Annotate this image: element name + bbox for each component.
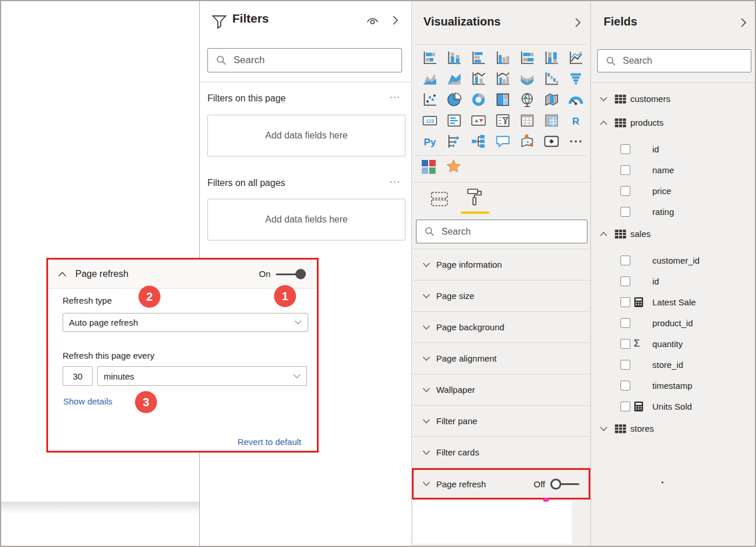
field-row[interactable]: id — [591, 271, 756, 291]
table-stores[interactable]: stores — [591, 417, 756, 440]
ribbon-chart-icon[interactable] — [515, 68, 539, 89]
scatter-chart-icon[interactable] — [418, 89, 442, 110]
field-row[interactable]: Units Sold — [591, 396, 756, 417]
page-refresh-toggle-off[interactable] — [550, 478, 580, 490]
checkbox[interactable] — [620, 144, 630, 154]
chevron-up-icon[interactable] — [58, 271, 67, 277]
more-options-icon[interactable]: ... — [390, 90, 401, 100]
map-icon[interactable] — [515, 89, 539, 110]
eye-icon[interactable] — [366, 16, 379, 28]
slicer-icon[interactable] — [491, 110, 515, 131]
table-customers[interactable]: customers — [591, 87, 756, 111]
matrix-icon[interactable] — [539, 110, 564, 131]
area-chart-icon[interactable] — [418, 68, 442, 89]
filters-this-page-dropzone[interactable]: Add data fields here — [207, 115, 406, 156]
revert-to-default-link[interactable]: Revert to default — [238, 437, 301, 447]
fields-search-box[interactable] — [597, 49, 751, 72]
filled-map-icon[interactable] — [539, 89, 564, 110]
line-and-stacked-column-chart-icon[interactable] — [466, 68, 491, 89]
format-search-input[interactable] — [440, 226, 587, 238]
checkbox[interactable] — [620, 276, 630, 286]
more-options-icon[interactable]: ... — [390, 174, 401, 185]
checkbox[interactable] — [620, 381, 630, 391]
stacked-area-chart-icon[interactable] — [442, 68, 466, 89]
field-row[interactable]: Σ quantity — [591, 333, 756, 354]
line-and-clustered-column-chart-icon[interactable] — [491, 68, 515, 89]
favorite-star-icon[interactable] — [445, 159, 462, 177]
line-chart-icon[interactable] — [564, 48, 588, 68]
collapse-pane-icon[interactable] — [740, 17, 747, 30]
stacked-bar-chart-icon[interactable] — [418, 48, 442, 68]
checkbox[interactable] — [620, 186, 630, 196]
field-row[interactable]: store_id — [591, 354, 756, 375]
format-section-page-refresh[interactable]: Page refresh Off — [412, 468, 590, 499]
decomposition-tree-icon[interactable] — [466, 131, 491, 152]
pie-chart-icon[interactable] — [442, 89, 466, 110]
checkbox[interactable] — [620, 402, 630, 411]
more-visuals-icon[interactable] — [564, 131, 588, 152]
checkbox[interactable] — [620, 360, 630, 370]
refresh-type-dropdown[interactable]: Auto page refresh — [63, 313, 308, 332]
field-row[interactable]: id — [591, 138, 756, 159]
checkbox[interactable] — [620, 339, 630, 349]
arcgis-map-icon[interactable] — [515, 131, 539, 152]
hundred-percent-stacked-bar-chart-icon[interactable] — [515, 48, 539, 68]
r-script-visual-icon[interactable]: R — [564, 110, 588, 131]
stacked-column-chart-icon[interactable] — [442, 48, 466, 68]
field-row[interactable]: price — [591, 180, 756, 201]
donut-chart-icon[interactable] — [466, 89, 491, 110]
table-products[interactable]: products — [591, 111, 756, 134]
format-section-filter-pane[interactable]: Filter pane — [412, 406, 590, 437]
get-more-visuals-icon[interactable] — [421, 159, 436, 177]
format-section-page-background[interactable]: Page background — [412, 312, 590, 343]
interval-value-input[interactable] — [63, 366, 93, 386]
waterfall-chart-icon[interactable] — [539, 68, 564, 89]
table-icon[interactable] — [515, 110, 539, 131]
key-influencers-icon[interactable] — [442, 131, 466, 152]
chevron-up-icon[interactable] — [600, 120, 609, 126]
field-row[interactable]: name — [591, 159, 756, 180]
show-details-link[interactable]: Show details — [63, 396, 112, 406]
format-search-box[interactable] — [416, 220, 587, 243]
field-row[interactable]: product_id — [591, 312, 756, 333]
treemap-icon[interactable] — [491, 89, 515, 110]
field-row[interactable]: customer_id — [591, 250, 756, 271]
fields-search-input[interactable] — [622, 55, 751, 67]
funnel-chart-icon[interactable] — [564, 68, 588, 89]
hundred-percent-stacked-column-chart-icon[interactable] — [539, 48, 564, 68]
field-row[interactable]: timestamp — [591, 375, 756, 396]
kpi-icon[interactable] — [466, 110, 491, 131]
power-apps-visual-icon[interactable] — [539, 131, 564, 152]
filters-all-pages-dropzone[interactable]: Add data fields here — [207, 199, 406, 240]
filters-search-input[interactable] — [232, 54, 401, 67]
clustered-bar-chart-icon[interactable] — [466, 48, 491, 68]
format-section-page-alignment[interactable]: Page alignment — [412, 343, 590, 374]
format-tab[interactable] — [467, 188, 483, 209]
format-section-page-size[interactable]: Page size — [412, 280, 590, 312]
field-row[interactable]: rating — [591, 201, 756, 222]
page-refresh-dialog-header[interactable]: Page refresh On — [48, 260, 317, 289]
card-icon[interactable]: 123 — [418, 110, 442, 131]
collapse-pane-icon[interactable] — [392, 15, 399, 28]
chevron-down-icon[interactable] — [600, 96, 609, 102]
page-refresh-toggle-on[interactable] — [276, 268, 306, 280]
checkbox[interactable] — [620, 297, 630, 307]
checkbox[interactable] — [620, 207, 630, 217]
python-visual-icon[interactable]: Py — [418, 131, 442, 152]
field-row[interactable]: Latest Sale — [591, 291, 756, 312]
format-section-wallpaper[interactable]: Wallpaper — [412, 374, 590, 406]
format-section-filter-cards[interactable]: Filter cards — [412, 437, 590, 468]
qa-visual-icon[interactable] — [491, 131, 515, 152]
chevron-up-icon[interactable] — [600, 231, 609, 237]
multi-row-card-icon[interactable] — [442, 110, 466, 131]
fields-tab[interactable] — [430, 191, 449, 209]
table-sales[interactable]: sales — [591, 222, 756, 246]
clustered-column-chart-icon[interactable] — [491, 48, 515, 68]
format-section-page-information[interactable]: Page information — [412, 249, 590, 280]
gauge-icon[interactable] — [564, 89, 588, 110]
filters-search-box[interactable] — [207, 48, 402, 72]
chevron-down-icon[interactable] — [600, 426, 609, 432]
interval-unit-dropdown[interactable]: minutes — [97, 366, 307, 386]
checkbox[interactable] — [620, 165, 630, 175]
collapse-pane-icon[interactable] — [575, 17, 581, 30]
